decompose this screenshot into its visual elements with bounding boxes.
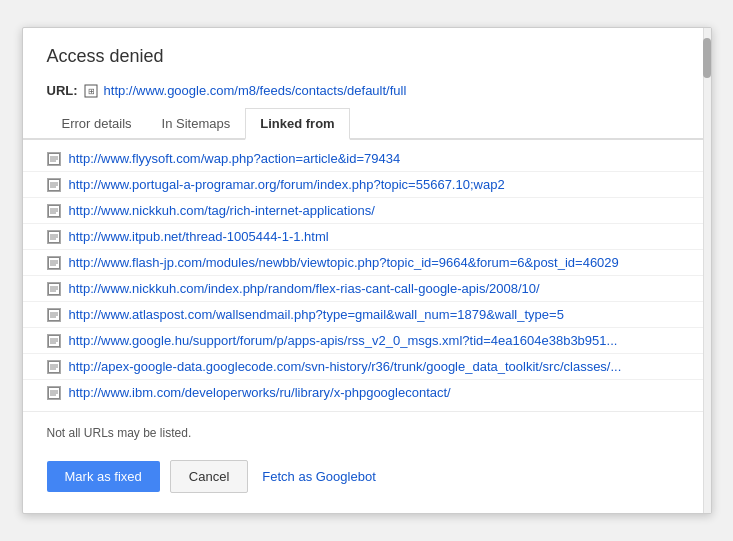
link-icon bbox=[47, 308, 61, 322]
list-item: http://www.google.hu/support/forum/p/app… bbox=[23, 328, 711, 354]
svg-text:⊞: ⊞ bbox=[87, 87, 94, 96]
dialog-title: Access denied bbox=[23, 28, 711, 79]
link-icon bbox=[47, 360, 61, 374]
list-item: http://www.flyysoft.com/wap.php?action=a… bbox=[23, 146, 711, 172]
link-url[interactable]: http://www.portugal-a-programar.org/foru… bbox=[69, 177, 505, 192]
link-url[interactable]: http://www.nickkuh.com/tag/rich-internet… bbox=[69, 203, 375, 218]
list-item: http://www.ibm.com/developerworks/ru/lib… bbox=[23, 380, 711, 405]
link-icon bbox=[47, 256, 61, 270]
link-icon bbox=[47, 386, 61, 400]
link-url[interactable]: http://www.flash-jp.com/modules/newbb/vi… bbox=[69, 255, 619, 270]
url-label: URL: bbox=[47, 83, 78, 98]
link-url[interactable]: http://www.nickkuh.com/index.php/random/… bbox=[69, 281, 540, 296]
link-url[interactable]: http://apex-google-data.googlecode.com/s… bbox=[69, 359, 622, 374]
link-url[interactable]: http://www.itpub.net/thread-1005444-1-1.… bbox=[69, 229, 329, 244]
fetch-as-googlebot-link[interactable]: Fetch as Googlebot bbox=[258, 461, 379, 492]
tabs-container: Error details In Sitemaps Linked from bbox=[23, 108, 711, 140]
scrollbar-track[interactable] bbox=[703, 28, 711, 513]
link-icon bbox=[47, 230, 61, 244]
link-url[interactable]: http://www.flyysoft.com/wap.php?action=a… bbox=[69, 151, 401, 166]
actions-row: Mark as fixed Cancel Fetch as Googlebot bbox=[23, 446, 711, 513]
list-item: http://www.nickkuh.com/tag/rich-internet… bbox=[23, 198, 711, 224]
list-item: http://www.nickkuh.com/index.php/random/… bbox=[23, 276, 711, 302]
link-icon bbox=[47, 204, 61, 218]
link-url[interactable]: http://www.atlaspost.com/wallsendmail.ph… bbox=[69, 307, 564, 322]
scrollbar-thumb[interactable] bbox=[703, 38, 711, 78]
tab-linked-from[interactable]: Linked from bbox=[245, 108, 349, 140]
list-item: http://www.itpub.net/thread-1005444-1-1.… bbox=[23, 224, 711, 250]
list-item: http://www.atlaspost.com/wallsendmail.ph… bbox=[23, 302, 711, 328]
cancel-button[interactable]: Cancel bbox=[170, 460, 248, 493]
list-item: http://apex-google-data.googlecode.com/s… bbox=[23, 354, 711, 380]
list-item: http://www.flash-jp.com/modules/newbb/vi… bbox=[23, 250, 711, 276]
link-icon bbox=[47, 334, 61, 348]
link-url[interactable]: http://www.ibm.com/developerworks/ru/lib… bbox=[69, 385, 451, 400]
link-icon bbox=[47, 282, 61, 296]
link-list: http://www.flyysoft.com/wap.php?action=a… bbox=[23, 140, 711, 412]
access-denied-dialog: Access denied URL: ⊞ http://www.google.c… bbox=[22, 27, 712, 514]
mark-as-fixed-button[interactable]: Mark as fixed bbox=[47, 461, 160, 492]
url-row: URL: ⊞ http://www.google.com/m8/feeds/co… bbox=[23, 79, 711, 108]
link-icon bbox=[47, 178, 61, 192]
url-link[interactable]: http://www.google.com/m8/feeds/contacts/… bbox=[104, 83, 407, 98]
url-icon: ⊞ bbox=[84, 84, 98, 98]
link-icon bbox=[47, 152, 61, 166]
list-item: http://www.portugal-a-programar.org/foru… bbox=[23, 172, 711, 198]
link-url[interactable]: http://www.google.hu/support/forum/p/app… bbox=[69, 333, 618, 348]
note-text: Not all URLs may be listed. bbox=[23, 412, 711, 446]
tab-in-sitemaps[interactable]: In Sitemaps bbox=[147, 108, 246, 140]
tab-error-details[interactable]: Error details bbox=[47, 108, 147, 140]
